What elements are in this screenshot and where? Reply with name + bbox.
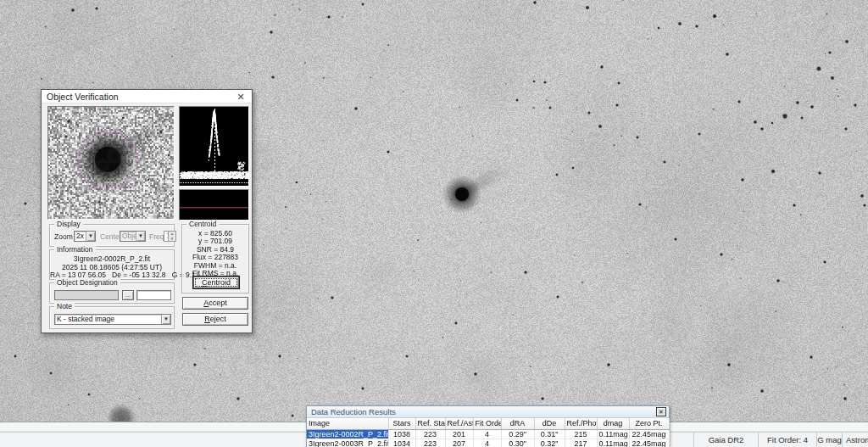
- status-app: Astrome: [842, 433, 868, 447]
- zoom-value: 2x: [76, 232, 84, 240]
- col-dde[interactable]: dDe: [534, 418, 565, 429]
- zoom-label: Zoom: [54, 232, 73, 242]
- cell-dmag[interactable]: 0.11mag: [597, 429, 629, 439]
- centroid-button[interactable]: Centroid: [193, 277, 239, 288]
- display-group: Display Zoom 2x ▼ Center Object ▼ Freq. …: [49, 224, 175, 247]
- cell-image[interactable]: 3Igreen2-0002R_P_2.fit: [307, 429, 388, 439]
- cell-image[interactable]: 3Igreen2-0003R_P_2.fit: [307, 439, 388, 447]
- object-designation-group: Object Designation ...: [49, 282, 175, 304]
- cell-dmag[interactable]: 0.11mag: [597, 439, 629, 447]
- status-catalog: Gaia DR2: [693, 433, 758, 447]
- dialog-title-bar[interactable]: Object Verification ✕: [42, 90, 252, 103]
- astrometrica-main-window: Object Verification ✕ Display Zoom 2x ▼: [0, 0, 868, 447]
- cell-fit_order[interactable]: 4: [473, 429, 501, 439]
- cell-ref_ast[interactable]: 207: [445, 439, 473, 447]
- col-zero-pt[interactable]: Zero Pt.: [629, 418, 669, 429]
- object-designation-label: Object Designation: [54, 278, 120, 287]
- results-title-bar[interactable]: Data Reduction Results ✕: [307, 406, 669, 418]
- dialog-title: Object Verification: [47, 92, 119, 102]
- results-table: Image Stars Ref. Stars Ref./Ast. Fit Ord…: [307, 418, 670, 447]
- cell-ref_phot[interactable]: 217: [565, 439, 597, 447]
- cell-dde[interactable]: 0.31": [534, 429, 565, 439]
- results-table-body: 3Igreen2-0002R_P_2.fit103822320140.29"0.…: [307, 429, 669, 447]
- table-row[interactable]: 3Igreen2-0003R_P_2.fit103422320740.30"0.…: [307, 439, 669, 447]
- close-icon[interactable]: ✕: [656, 407, 666, 416]
- cell-ref_stars[interactable]: 223: [415, 429, 445, 439]
- display-group-label: Display: [54, 220, 83, 228]
- col-ref-ast[interactable]: Ref./Ast.: [445, 418, 473, 429]
- slice-canvas: [180, 190, 248, 220]
- table-row[interactable]: 3Igreen2-0002R_P_2.fit103822320140.29"0.…: [307, 429, 669, 439]
- col-dmag[interactable]: dmag: [597, 418, 629, 429]
- browse-button[interactable]: ...: [122, 290, 134, 300]
- background-slice-panel: [179, 189, 249, 221]
- cell-ref_ast[interactable]: 201: [445, 429, 473, 439]
- note-group-label: Note: [54, 302, 75, 310]
- information-group: Information 3Igreen2-0002R_P_2.fit 2025 …: [49, 249, 175, 280]
- col-ref-phot[interactable]: Ref./Phot.: [565, 418, 597, 429]
- status-fit-order: Fit Order: 4: [758, 433, 816, 447]
- col-image[interactable]: Image: [307, 418, 388, 429]
- reject-button[interactable]: Reject: [182, 313, 248, 326]
- cell-ref_stars[interactable]: 223: [415, 439, 445, 447]
- cell-zero_pt[interactable]: 22.45mag: [629, 439, 669, 447]
- object-verification-dialog: Object Verification ✕ Display Zoom 2x ▼: [41, 89, 253, 333]
- chevron-down-icon[interactable]: ▼: [86, 232, 95, 241]
- cell-zero_pt[interactable]: 22.45mag: [629, 429, 669, 439]
- dialog-body: Display Zoom 2x ▼ Center Object ▼ Freq. …: [42, 104, 252, 332]
- freq-spinner: 7 ▲▼: [164, 231, 176, 242]
- centroid-group: Centroid x = 825.60 y = 701.09 SNR = 84.…: [181, 224, 249, 293]
- cell-dra[interactable]: 0.29": [501, 429, 534, 439]
- cell-dde[interactable]: 0.32": [534, 439, 565, 447]
- chevron-down-icon: ▼: [136, 232, 145, 241]
- center-select: Object ▼: [120, 231, 146, 242]
- results-title: Data Reduction Results: [311, 407, 396, 416]
- object-image-canvas: [48, 107, 174, 219]
- object-image-panel: [47, 106, 175, 220]
- cell-stars[interactable]: 1038: [388, 429, 415, 439]
- close-icon[interactable]: ✕: [235, 90, 247, 103]
- designation-field-2[interactable]: [136, 290, 171, 300]
- chevron-down-icon[interactable]: ▼: [161, 315, 170, 324]
- col-dra[interactable]: dRA: [501, 418, 534, 429]
- cell-fit_order[interactable]: 4: [473, 439, 501, 447]
- note-select[interactable]: K - stacked image ▼: [54, 314, 171, 325]
- cell-stars[interactable]: 1034: [388, 439, 415, 447]
- col-stars[interactable]: Stars: [388, 418, 415, 429]
- cell-dra[interactable]: 0.30": [501, 439, 534, 447]
- centroid-group-label: Centroid: [186, 220, 219, 228]
- designation-field: [54, 290, 119, 300]
- psf-plot-canvas: [180, 107, 248, 186]
- center-label: Center: [100, 232, 122, 242]
- note-value: K - stacked image: [57, 315, 114, 323]
- data-reduction-results-window: Data Reduction Results ✕ Image Stars Ref…: [306, 405, 670, 447]
- psf-profile-panel: [179, 106, 249, 187]
- spin-down-icon: ▼: [169, 237, 175, 242]
- col-fit-order[interactable]: Fit Order: [473, 418, 501, 429]
- col-ref-stars[interactable]: Ref. Stars: [415, 418, 445, 429]
- cell-ref_phot[interactable]: 215: [565, 429, 597, 439]
- information-group-label: Information: [54, 245, 96, 254]
- accept-button[interactable]: Accept: [182, 297, 248, 310]
- status-mag-band: G mag: [816, 433, 842, 447]
- zoom-select[interactable]: 2x ▼: [74, 231, 96, 242]
- note-group: Note K - stacked image ▼: [49, 306, 175, 329]
